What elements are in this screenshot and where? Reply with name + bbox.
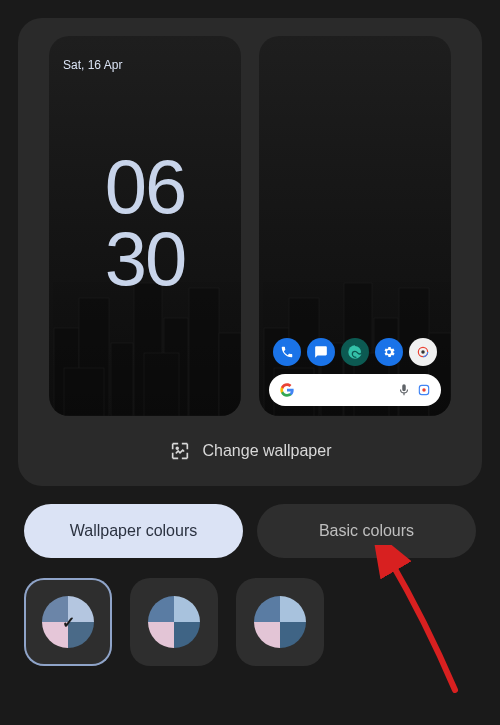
lens-icon <box>417 383 431 397</box>
phone-app-icon <box>273 338 301 366</box>
tab-basic-colours[interactable]: Basic colours <box>257 504 476 558</box>
colour-source-tabs: Wallpaper colours Basic colours <box>0 504 500 558</box>
svg-rect-8 <box>144 353 179 416</box>
svg-rect-5 <box>189 288 219 416</box>
check-icon: ✓ <box>62 613 75 632</box>
mic-icon <box>397 383 411 397</box>
tab-label: Wallpaper colours <box>70 522 197 540</box>
svg-rect-7 <box>64 368 104 416</box>
lockscreen-clock: 06 30 <box>49 151 241 295</box>
clock-minutes: 30 <box>49 223 241 295</box>
wallpaper-preview-card: Sat, 16 Apr 06 30 <box>18 18 482 486</box>
change-wallpaper-label: Change wallpaper <box>203 442 332 460</box>
colour-swatch[interactable]: ✓ <box>24 578 112 666</box>
colour-circle-icon <box>148 596 200 648</box>
tab-wallpaper-colours[interactable]: Wallpaper colours <box>24 504 243 558</box>
lockscreen-date: Sat, 16 Apr <box>63 58 122 72</box>
colour-swatches-row: ✓ <box>0 558 500 666</box>
svg-rect-2 <box>111 343 133 416</box>
change-wallpaper-button[interactable]: Change wallpaper <box>36 440 464 462</box>
lockscreen-preview[interactable]: Sat, 16 Apr 06 30 <box>49 36 241 416</box>
svg-point-24 <box>176 447 178 449</box>
camera-app-icon <box>409 338 437 366</box>
phone-previews-row: Sat, 16 Apr 06 30 <box>36 36 464 416</box>
svg-point-21 <box>421 350 425 354</box>
colour-swatch[interactable] <box>236 578 324 666</box>
homescreen-preview[interactable] <box>259 36 451 416</box>
wallpaper-icon <box>169 440 191 462</box>
search-bar <box>269 374 441 406</box>
tab-label: Basic colours <box>319 522 414 540</box>
svg-point-23 <box>422 388 426 392</box>
svg-rect-6 <box>219 333 241 416</box>
clock-hours: 06 <box>49 151 241 223</box>
settings-app-icon <box>375 338 403 366</box>
dock-apps-row <box>259 338 451 366</box>
messages-app-icon <box>307 338 335 366</box>
colour-swatch[interactable] <box>130 578 218 666</box>
colour-circle-icon <box>254 596 306 648</box>
edge-app-icon <box>341 338 369 366</box>
google-logo-icon <box>279 382 295 398</box>
